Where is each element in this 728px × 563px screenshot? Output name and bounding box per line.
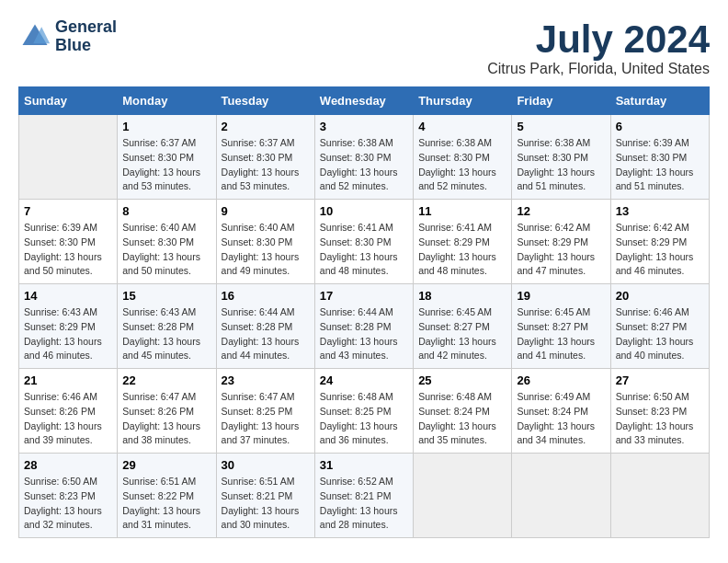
logo-icon — [18, 20, 51, 53]
logo: General Blue — [18, 18, 117, 55]
day-info: Sunrise: 6:44 AMSunset: 8:28 PMDaylight:… — [222, 305, 310, 363]
calendar-cell: 31Sunrise: 6:52 AMSunset: 8:21 PMDayligh… — [314, 454, 413, 538]
day-number: 18 — [418, 289, 506, 303]
calendar-cell: 14Sunrise: 6:43 AMSunset: 8:29 PMDayligh… — [19, 284, 118, 369]
day-info: Sunrise: 6:48 AMSunset: 8:25 PMDaylight:… — [320, 390, 408, 448]
calendar-cell: 9Sunrise: 6:40 AMSunset: 8:30 PMDaylight… — [216, 200, 314, 284]
day-number: 12 — [517, 204, 605, 218]
calendar-body: 1Sunrise: 6:37 AMSunset: 8:30 PMDaylight… — [19, 115, 710, 538]
calendar-cell: 19Sunrise: 6:45 AMSunset: 8:27 PMDayligh… — [512, 284, 610, 369]
day-number: 27 — [616, 373, 704, 387]
header-row: SundayMondayTuesdayWednesdayThursdayFrid… — [19, 87, 710, 115]
day-number: 30 — [222, 458, 310, 472]
day-info: Sunrise: 6:50 AMSunset: 8:23 PMDaylight:… — [24, 475, 112, 533]
day-number: 14 — [24, 289, 112, 303]
calendar-cell: 8Sunrise: 6:40 AMSunset: 8:30 PMDaylight… — [118, 200, 216, 284]
calendar-cell: 3Sunrise: 6:38 AMSunset: 8:30 PMDaylight… — [314, 115, 413, 200]
calendar-cell: 21Sunrise: 6:46 AMSunset: 8:26 PMDayligh… — [19, 369, 118, 454]
logo-text: General Blue — [55, 18, 117, 55]
day-number: 4 — [418, 120, 506, 133]
day-info: Sunrise: 6:43 AMSunset: 8:28 PMDaylight:… — [122, 305, 210, 363]
title-block: July 2024 Citrus Park, Florida, United S… — [487, 18, 710, 77]
day-info: Sunrise: 6:46 AMSunset: 8:26 PMDaylight:… — [24, 390, 112, 448]
day-number: 25 — [418, 373, 506, 387]
day-number: 5 — [517, 120, 605, 133]
day-number: 3 — [320, 120, 408, 133]
calendar-cell: 6Sunrise: 6:39 AMSunset: 8:30 PMDaylight… — [610, 115, 709, 200]
day-info: Sunrise: 6:51 AMSunset: 8:22 PMDaylight:… — [122, 475, 210, 533]
day-info: Sunrise: 6:37 AMSunset: 8:30 PMDaylight:… — [222, 136, 310, 194]
calendar-cell: 27Sunrise: 6:50 AMSunset: 8:23 PMDayligh… — [610, 369, 709, 454]
day-info: Sunrise: 6:38 AMSunset: 8:30 PMDaylight:… — [320, 136, 408, 194]
calendar-cell: 24Sunrise: 6:48 AMSunset: 8:25 PMDayligh… — [314, 369, 413, 454]
day-number: 11 — [418, 204, 506, 218]
day-info: Sunrise: 6:38 AMSunset: 8:30 PMDaylight:… — [418, 136, 506, 194]
week-row-3: 14Sunrise: 6:43 AMSunset: 8:29 PMDayligh… — [19, 284, 710, 369]
header-day-thursday: Thursday — [414, 87, 512, 115]
day-number: 8 — [122, 204, 210, 218]
day-number: 22 — [122, 373, 210, 387]
day-info: Sunrise: 6:43 AMSunset: 8:29 PMDaylight:… — [24, 305, 112, 363]
day-number: 31 — [320, 458, 408, 472]
day-info: Sunrise: 6:47 AMSunset: 8:25 PMDaylight:… — [222, 390, 310, 448]
day-info: Sunrise: 6:41 AMSunset: 8:30 PMDaylight:… — [320, 221, 408, 279]
calendar-cell — [414, 454, 512, 538]
calendar-cell: 17Sunrise: 6:44 AMSunset: 8:28 PMDayligh… — [314, 284, 413, 369]
page-header: General Blue July 2024 Citrus Park, Flor… — [18, 18, 710, 77]
week-row-5: 28Sunrise: 6:50 AMSunset: 8:23 PMDayligh… — [19, 454, 710, 538]
calendar-cell: 10Sunrise: 6:41 AMSunset: 8:30 PMDayligh… — [314, 200, 413, 284]
calendar-cell: 2Sunrise: 6:37 AMSunset: 8:30 PMDaylight… — [216, 115, 314, 200]
day-number: 21 — [24, 373, 112, 387]
calendar-cell: 7Sunrise: 6:39 AMSunset: 8:30 PMDaylight… — [19, 200, 118, 284]
calendar-cell: 18Sunrise: 6:45 AMSunset: 8:27 PMDayligh… — [414, 284, 512, 369]
calendar-cell — [610, 454, 709, 538]
calendar-cell: 12Sunrise: 6:42 AMSunset: 8:29 PMDayligh… — [512, 200, 610, 284]
header-day-tuesday: Tuesday — [216, 87, 314, 115]
calendar-cell: 26Sunrise: 6:49 AMSunset: 8:24 PMDayligh… — [512, 369, 610, 454]
day-info: Sunrise: 6:44 AMSunset: 8:28 PMDaylight:… — [320, 305, 408, 363]
day-number: 2 — [222, 120, 310, 133]
day-info: Sunrise: 6:42 AMSunset: 8:29 PMDaylight:… — [517, 221, 605, 279]
day-info: Sunrise: 6:41 AMSunset: 8:29 PMDaylight:… — [418, 221, 506, 279]
day-number: 26 — [517, 373, 605, 387]
week-row-2: 7Sunrise: 6:39 AMSunset: 8:30 PMDaylight… — [19, 200, 710, 284]
header-day-sunday: Sunday — [19, 87, 118, 115]
day-info: Sunrise: 6:37 AMSunset: 8:30 PMDaylight:… — [122, 136, 210, 194]
day-info: Sunrise: 6:51 AMSunset: 8:21 PMDaylight:… — [222, 475, 310, 533]
day-info: Sunrise: 6:45 AMSunset: 8:27 PMDaylight:… — [418, 305, 506, 363]
day-info: Sunrise: 6:45 AMSunset: 8:27 PMDaylight:… — [517, 305, 605, 363]
calendar-cell: 25Sunrise: 6:48 AMSunset: 8:24 PMDayligh… — [414, 369, 512, 454]
calendar-cell: 30Sunrise: 6:51 AMSunset: 8:21 PMDayligh… — [216, 454, 314, 538]
day-info: Sunrise: 6:42 AMSunset: 8:29 PMDaylight:… — [616, 221, 704, 279]
calendar-cell: 16Sunrise: 6:44 AMSunset: 8:28 PMDayligh… — [216, 284, 314, 369]
calendar-header: SundayMondayTuesdayWednesdayThursdayFrid… — [19, 87, 710, 115]
day-number: 15 — [122, 289, 210, 303]
header-day-saturday: Saturday — [610, 87, 709, 115]
calendar-cell: 5Sunrise: 6:38 AMSunset: 8:30 PMDaylight… — [512, 115, 610, 200]
day-number: 10 — [320, 204, 408, 218]
day-info: Sunrise: 6:39 AMSunset: 8:30 PMDaylight:… — [24, 221, 112, 279]
calendar-cell: 13Sunrise: 6:42 AMSunset: 8:29 PMDayligh… — [610, 200, 709, 284]
day-info: Sunrise: 6:38 AMSunset: 8:30 PMDaylight:… — [517, 136, 605, 194]
calendar-cell — [19, 115, 118, 200]
calendar-cell: 29Sunrise: 6:51 AMSunset: 8:22 PMDayligh… — [118, 454, 216, 538]
day-number: 28 — [24, 458, 112, 472]
day-number: 13 — [616, 204, 704, 218]
day-info: Sunrise: 6:47 AMSunset: 8:26 PMDaylight:… — [122, 390, 210, 448]
day-number: 19 — [517, 289, 605, 303]
week-row-1: 1Sunrise: 6:37 AMSunset: 8:30 PMDaylight… — [19, 115, 710, 200]
calendar-cell: 11Sunrise: 6:41 AMSunset: 8:29 PMDayligh… — [414, 200, 512, 284]
day-info: Sunrise: 6:48 AMSunset: 8:24 PMDaylight:… — [418, 390, 506, 448]
day-info: Sunrise: 6:52 AMSunset: 8:21 PMDaylight:… — [320, 475, 408, 533]
calendar-table: SundayMondayTuesdayWednesdayThursdayFrid… — [18, 86, 710, 538]
day-number: 9 — [222, 204, 310, 218]
week-row-4: 21Sunrise: 6:46 AMSunset: 8:26 PMDayligh… — [19, 369, 710, 454]
subtitle: Citrus Park, Florida, United States — [487, 61, 710, 77]
day-info: Sunrise: 6:49 AMSunset: 8:24 PMDaylight:… — [517, 390, 605, 448]
day-info: Sunrise: 6:50 AMSunset: 8:23 PMDaylight:… — [616, 390, 704, 448]
calendar-cell: 28Sunrise: 6:50 AMSunset: 8:23 PMDayligh… — [19, 454, 118, 538]
day-number: 16 — [222, 289, 310, 303]
day-number: 1 — [122, 120, 210, 133]
header-day-friday: Friday — [512, 87, 610, 115]
calendar-cell: 1Sunrise: 6:37 AMSunset: 8:30 PMDaylight… — [118, 115, 216, 200]
